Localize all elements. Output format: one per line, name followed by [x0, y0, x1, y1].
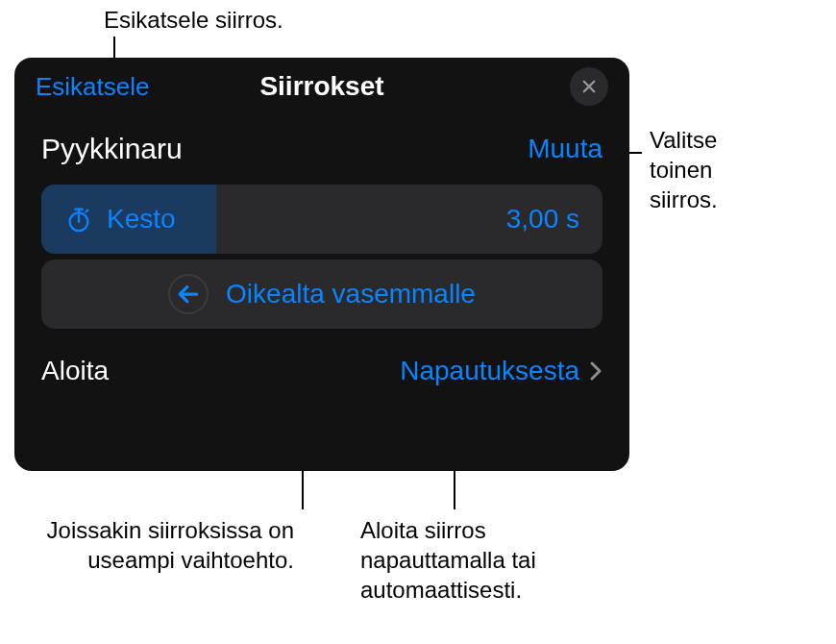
start-value-button[interactable]: Napautuksesta: [400, 356, 602, 386]
transition-row: Pyykkinaru Muuta: [14, 115, 629, 179]
transition-name: Pyykkinaru: [41, 133, 183, 165]
preview-button[interactable]: Esikatsele: [36, 72, 150, 102]
svg-line-4: [86, 211, 88, 212]
callout-text: toinen: [650, 155, 718, 185]
stopwatch-icon: [64, 205, 93, 234]
close-button[interactable]: [570, 67, 608, 106]
start-value: Napautuksesta: [400, 356, 579, 386]
callout-start: Aloita siirros napauttamalla tai automaa…: [360, 515, 536, 606]
callout-preview: Esikatsele siirros.: [104, 5, 283, 35]
direction-control[interactable]: Oikealta vasemmalle: [41, 260, 602, 329]
callout-text: useampi vaihtoehto.: [19, 545, 294, 575]
callout-text: automaattisesti.: [360, 575, 536, 605]
callout-options: Joissakin siirroksissa on useampi vaihto…: [19, 515, 294, 575]
direction-icon-wrap: [168, 274, 209, 314]
transitions-panel: Esikatsele Siirrokset Pyykkinaru Muuta K…: [14, 58, 629, 471]
change-button[interactable]: Muuta: [528, 134, 602, 164]
start-label: Aloita: [41, 356, 109, 386]
panel-title: Siirrokset: [259, 71, 383, 102]
duration-control[interactable]: Kesto 3,00 s: [41, 185, 602, 254]
callout-text: napauttamalla tai: [360, 545, 536, 575]
chevron-right-icon: [589, 360, 602, 382]
panel-header: Esikatsele Siirrokset: [14, 58, 629, 115]
arrow-left-icon: [176, 282, 201, 307]
callout-text: Valitse: [650, 125, 718, 155]
duration-value: 3,00 s: [506, 204, 579, 235]
callout-change: Valitse toinen siirros.: [650, 125, 718, 215]
callout-text: Aloita siirros: [360, 515, 536, 545]
callout-text: siirros.: [650, 185, 718, 214]
duration-label: Kesto: [107, 204, 176, 235]
callout-text: Joissakin siirroksissa on: [19, 515, 294, 545]
start-row[interactable]: Aloita Napautuksesta: [14, 334, 629, 386]
duration-left: Kesto: [64, 204, 176, 235]
close-icon: [580, 78, 598, 95]
direction-label: Oikealta vasemmalle: [226, 279, 476, 310]
